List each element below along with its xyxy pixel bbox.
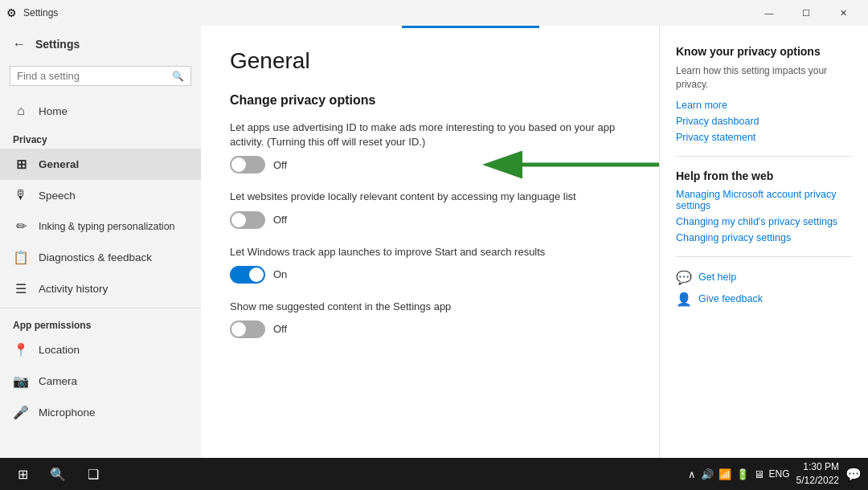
title-bar-controls: — ☐ ✕ [751, 0, 862, 26]
setting-suggested-description: Show me suggested content in the Setting… [230, 300, 630, 314]
minimize-button[interactable]: — [751, 0, 788, 26]
taskbar-left: ⊞ 🔍 ❑ [6, 458, 109, 490]
close-button[interactable]: ✕ [825, 0, 862, 26]
title-bar-left: ⚙ Settings [6, 6, 58, 19]
sidebar-item-microphone[interactable]: 🎤 Microphone [0, 397, 201, 428]
privacy-dashboard-link[interactable]: Privacy dashboard [676, 116, 852, 127]
sidebar-item-label: Camera [39, 375, 77, 387]
toggle-knob [249, 267, 264, 282]
sidebar-item-home[interactable]: ⌂ Home [0, 96, 201, 126]
taskbar-right: ∧ 🔊 📶 🔋 🖥 ENG 1:30 PM 5/12/2022 💬 [688, 460, 862, 488]
sidebar-divider [0, 308, 201, 308]
right-divider-2 [676, 256, 852, 257]
sidebar-item-diagnostics[interactable]: 📋 Diagnostics & feedback [0, 242, 201, 273]
setting-language: Let websites provide locally relevant co… [230, 190, 630, 228]
setting-tracking-description: Let Windows track app launches to improv… [230, 245, 630, 259]
toggle-row-language: Off [230, 211, 630, 229]
inking-icon: ✏ [13, 218, 29, 234]
give-feedback-link[interactable]: Give feedback [698, 293, 763, 304]
sidebar-item-location[interactable]: 📍 Location [0, 334, 201, 365]
network-icon[interactable]: 📶 [719, 468, 731, 480]
setting-advertising-description: Let apps use advertising ID to make ads … [230, 120, 630, 149]
section-title: Change privacy options [230, 93, 630, 108]
taskbar: ⊞ 🔍 ❑ ∧ 🔊 📶 🔋 🖥 ENG 1:30 PM 5/12/2022 💬 [0, 458, 868, 490]
page-title: General [230, 48, 630, 74]
give-feedback-item: 👤 Give feedback [676, 292, 852, 307]
language-icon: ENG [769, 468, 790, 480]
sidebar-item-speech[interactable]: 🎙 Speech [0, 180, 201, 210]
notification-button[interactable]: 💬 [845, 467, 862, 482]
back-button[interactable]: ← [10, 34, 29, 55]
toggle-language[interactable] [230, 211, 265, 229]
sidebar-item-label: Microphone [39, 406, 96, 419]
search-box[interactable]: 🔍 [10, 66, 191, 86]
sidebar-header: ← Settings [0, 26, 201, 63]
right-panel: Know your privacy options Learn how this… [659, 26, 868, 458]
setting-tracking: Let Windows track app launches to improv… [230, 245, 630, 284]
sidebar-item-label: Activity history [39, 283, 108, 295]
sidebar-item-label: Inking & typing personalization [39, 221, 175, 232]
volume-icon[interactable]: 🔊 [701, 468, 714, 480]
privacy-statement-link[interactable]: Privacy statement [676, 132, 852, 143]
toggle-knob [231, 213, 246, 227]
settings-icon: ⚙ [6, 6, 17, 19]
toggle-label-tracking: On [273, 268, 287, 280]
managing-link[interactable]: Managing Microsoft account privacy setti… [676, 189, 852, 211]
know-privacy-description: Learn how this setting impacts your priv… [676, 64, 852, 92]
sidebar-item-inking[interactable]: ✏ Inking & typing personalization [0, 210, 201, 242]
title-bar-title: Settings [23, 7, 58, 18]
sidebar: ← Settings 🔍 ⌂ Home Privacy ⊞ General 🎙 … [0, 26, 201, 458]
sidebar-item-label: Home [39, 105, 68, 117]
toggle-tracking[interactable] [230, 266, 265, 284]
app-permissions-label: App permissions [0, 312, 201, 334]
app-body: ← Settings 🔍 ⌂ Home Privacy ⊞ General 🎙 … [0, 26, 868, 458]
display-icon: 🖥 [754, 468, 764, 480]
get-help-icon: 💬 [676, 270, 692, 285]
microphone-icon: 🎤 [13, 405, 29, 420]
sidebar-item-camera[interactable]: 📷 Camera [0, 365, 201, 397]
camera-icon: 📷 [13, 374, 29, 389]
search-input[interactable] [17, 70, 167, 82]
battery-icon: 🔋 [736, 468, 749, 480]
sidebar-item-label: Diagnostics & feedback [39, 251, 152, 263]
setting-advertising: Let apps use advertising ID to make ads … [230, 120, 630, 174]
progress-bar [402, 26, 539, 28]
help-web-title: Help from the web [676, 169, 852, 182]
maximize-button[interactable]: ☐ [788, 0, 825, 26]
clock[interactable]: 1:30 PM 5/12/2022 [796, 460, 839, 488]
toggle-row-advertising: Off [230, 156, 630, 174]
start-button[interactable]: ⊞ [6, 458, 39, 490]
search-icon: 🔍 [172, 71, 184, 82]
toggle-suggested[interactable] [230, 321, 265, 338]
changing-privacy-link[interactable]: Changing privacy settings [676, 232, 852, 243]
toggle-advertising[interactable] [230, 156, 265, 174]
learn-more-link[interactable]: Learn more [676, 100, 852, 111]
main-content: General Change privacy options Let apps … [201, 26, 659, 458]
activity-icon: ☰ [13, 281, 29, 296]
right-divider [676, 156, 852, 157]
get-help-link[interactable]: Get help [698, 272, 736, 283]
sidebar-title: Settings [35, 38, 80, 51]
general-icon: ⊞ [13, 157, 29, 172]
title-bar: ⚙ Settings — ☐ ✕ [0, 0, 868, 26]
location-icon: 📍 [13, 342, 29, 357]
privacy-section-label: Privacy [0, 126, 201, 149]
sidebar-item-activity[interactable]: ☰ Activity history [0, 273, 201, 304]
speech-icon: 🎙 [13, 188, 29, 202]
setting-language-description: Let websites provide locally relevant co… [230, 190, 630, 204]
search-button[interactable]: 🔍 [42, 458, 74, 490]
sidebar-item-general[interactable]: ⊞ General [0, 149, 201, 180]
clock-time: 1:30 PM [796, 460, 839, 474]
diagnostics-icon: 📋 [13, 250, 29, 265]
toggle-knob [231, 157, 246, 172]
tray-chevron[interactable]: ∧ [688, 468, 696, 480]
get-help-item: 💬 Get help [676, 270, 852, 285]
home-icon: ⌂ [13, 104, 29, 118]
task-view-button[interactable]: ❑ [77, 458, 109, 490]
sidebar-item-label: General [39, 158, 79, 170]
give-feedback-icon: 👤 [676, 292, 692, 307]
changing-child-link[interactable]: Changing my child's privacy settings [676, 216, 852, 227]
sidebar-item-label: Location [39, 344, 80, 356]
setting-suggested: Show me suggested content in the Setting… [230, 300, 630, 338]
toggle-row-tracking: On [230, 266, 630, 284]
